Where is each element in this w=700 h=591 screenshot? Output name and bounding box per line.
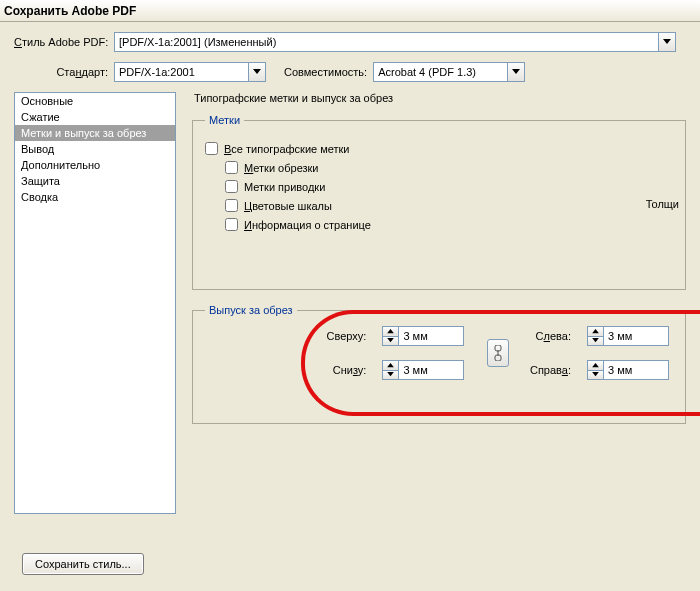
spinner-down-icon[interactable] [383,370,398,380]
bleed-right-spinner[interactable]: 3 мм [587,360,669,380]
save-style-button[interactable]: Сохранить стиль... [22,553,144,575]
spinner-up-icon[interactable] [588,361,603,370]
chevron-down-icon [507,63,524,81]
bleed-bottom-value: 3 мм [399,361,463,379]
sidebar-item[interactable]: Защита [15,173,175,189]
sidebar-item[interactable]: Сводка [15,189,175,205]
pdf-style-value: [PDF/X-1a:2001] (Измененный) [119,36,276,48]
category-list[interactable]: Основные Сжатие Метки и выпуск за обрез … [14,92,176,514]
check-page-info-box[interactable] [225,218,238,231]
marks-legend: Метки [205,114,244,126]
panel-title: Типографские метки и выпуск за обрез [194,92,686,104]
save-pdf-dialog: Сохранить Adobe PDF Стиль Adobe PDF: [PD… [0,0,700,591]
check-registration-marks-box[interactable] [225,180,238,193]
bleed-legend: Выпуск за обрез [205,304,297,316]
pdf-style-combo[interactable]: [PDF/X-1a:2001] (Измененный) [114,32,676,52]
check-trim-marks[interactable]: Метки обрезки [225,161,673,174]
sidebar-item[interactable]: Метки и выпуск за обрез [15,125,175,141]
check-all-marks[interactable]: Все типографские метки [205,142,673,155]
bleed-left-value: 3 мм [604,327,668,345]
bleed-group: Выпуск за обрез Сверху: 3 мм [192,304,686,424]
bleed-top-value: 3 мм [399,327,463,345]
content-panel: Типографские метки и выпуск за обрез Мет… [192,92,686,438]
bleed-top-spinner[interactable]: 3 мм [382,326,464,346]
spinner-up-icon[interactable] [383,327,398,336]
spinner-down-icon[interactable] [383,336,398,346]
bleed-bottom-label: Снизу: [325,364,366,376]
check-color-bars[interactable]: Цветовые шкалы [225,199,673,212]
bleed-right-value: 3 мм [604,361,668,379]
compatibility-label: Совместимость: [284,66,367,78]
sidebar-item[interactable]: Сжатие [15,109,175,125]
chevron-down-icon [658,33,675,51]
sidebar-item[interactable]: Вывод [15,141,175,157]
standard-value: PDF/X-1a:2001 [119,66,195,78]
bleed-right-label: Справа: [528,364,571,376]
check-registration-marks[interactable]: Метки приводки [225,180,673,193]
spinner-down-icon[interactable] [588,336,603,346]
weight-label-cutoff: Толщи [646,198,679,210]
spinner-up-icon[interactable] [588,327,603,336]
sidebar-item[interactable]: Основные [15,93,175,109]
bleed-top-label: Сверху: [325,330,366,342]
dialog-title: Сохранить Adobe PDF [4,4,136,18]
standard-combo[interactable]: PDF/X-1a:2001 [114,62,266,82]
bleed-left-label: Слева: [528,330,571,342]
compatibility-combo[interactable]: Acrobat 4 (PDF 1.3) [373,62,525,82]
check-color-bars-box[interactable] [225,199,238,212]
spinner-up-icon[interactable] [383,361,398,370]
link-icon[interactable] [487,339,509,367]
bleed-bottom-spinner[interactable]: 3 мм [382,360,464,380]
sidebar-item[interactable]: Дополнительно [15,157,175,173]
check-all-marks-box[interactable] [205,142,218,155]
check-trim-marks-box[interactable] [225,161,238,174]
bleed-left-spinner[interactable]: 3 мм [587,326,669,346]
marks-group: Метки Все типографские метки Метки обрез… [192,114,686,290]
standard-label: Стандарт: [14,66,108,78]
compatibility-value: Acrobat 4 (PDF 1.3) [378,66,476,78]
pdf-style-label: Стиль Adobe PDF: [14,36,108,48]
dialog-titlebar: Сохранить Adobe PDF [0,0,700,22]
chevron-down-icon [248,63,265,81]
spinner-down-icon[interactable] [588,370,603,380]
check-page-info[interactable]: Информация о странице [225,218,673,231]
